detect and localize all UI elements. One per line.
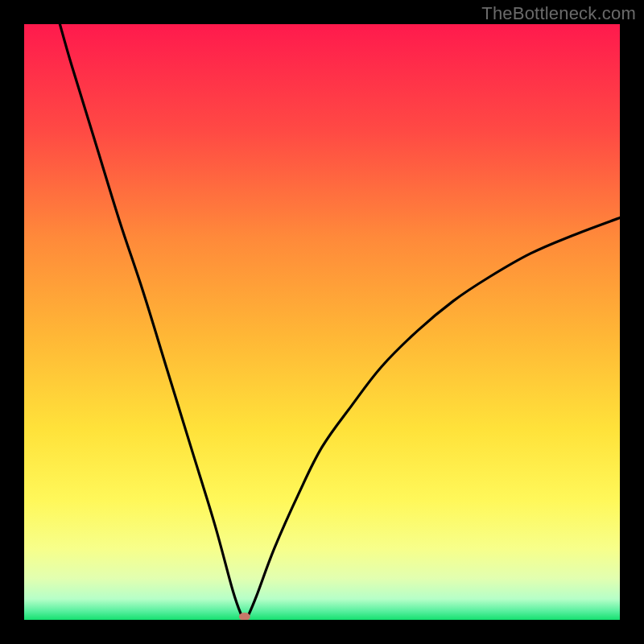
watermark-text: TheBottleneck.com bbox=[481, 3, 636, 24]
chart-frame bbox=[24, 24, 620, 620]
bottleneck-chart bbox=[24, 24, 620, 620]
chart-background bbox=[24, 24, 620, 620]
